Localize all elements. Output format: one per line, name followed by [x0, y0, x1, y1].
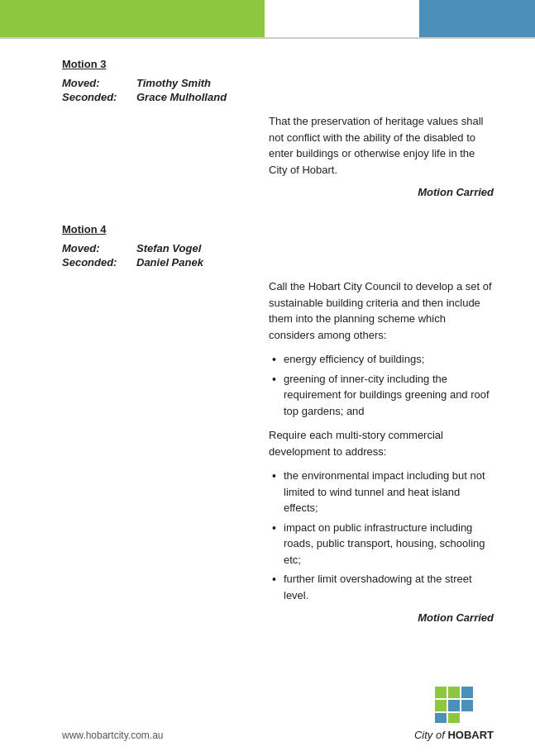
motion-4-body: Call the Hobart City Council to develop …: [62, 278, 494, 624]
motion-3-section: Motion 3 Moved: Timothy Smith Seconded: …: [62, 58, 494, 198]
motion-4-seconded-value: Daniel Panek: [136, 256, 203, 269]
motion-4-carried: Motion Carried: [269, 611, 494, 624]
motion-3-seconded-label: Seconded:: [62, 91, 136, 103]
svg-rect-6: [448, 713, 460, 723]
motion-3-moved-value: Timothy Smith: [136, 77, 211, 89]
motion-3-seconded-value: Grace Mulholland: [136, 91, 227, 103]
footer-url: www.hobartcity.com.au: [62, 730, 164, 741]
motion-4-right-col: Call the Hobart City Council to develop …: [269, 278, 494, 624]
motion-4-moved-label: Moved:: [62, 242, 136, 254]
motion-4-bullets-2: the environmental impact including but n…: [269, 468, 494, 603]
list-item: further limit overshadowing at the stree…: [269, 571, 494, 603]
hobart-logo-text: City of HOBART: [414, 729, 494, 741]
header-bar: [0, 0, 535, 37]
svg-rect-0: [435, 687, 447, 698]
green-header-bar: [0, 0, 265, 37]
motion-4-section: Motion 4 Moved: Stefan Vogel Seconded: D…: [62, 223, 494, 624]
motion-4-meta: Moved: Stefan Vogel Seconded: Daniel Pan…: [62, 242, 494, 269]
hobart-cross-icon: [428, 680, 480, 725]
list-item: energy efficiency of buildings;: [269, 351, 494, 368]
motion-3-seconded-row: Seconded: Grace Mulholland: [62, 91, 494, 103]
motion-3-moved-label: Moved:: [62, 77, 136, 89]
svg-rect-4: [461, 687, 473, 698]
list-item: impact on public infrastructure includin…: [269, 520, 494, 568]
footer: www.hobartcity.com.au City of HOBART: [62, 680, 494, 741]
blue-header-bar: [419, 0, 535, 37]
motion-3-left-col: [62, 113, 269, 198]
motion-3-meta: Moved: Timothy Smith Seconded: Grace Mul…: [62, 77, 494, 103]
list-item: the environmental impact including but n…: [269, 468, 494, 516]
motion-4-bullets-1: energy efficiency of buildings;greening …: [269, 351, 494, 419]
motion-4-require: Require each multi-story commercial deve…: [269, 427, 494, 459]
motion-3-carried: Motion Carried: [269, 186, 494, 198]
svg-rect-1: [435, 700, 447, 711]
motion-4-intro: Call the Hobart City Council to develop …: [269, 278, 494, 343]
page: Motion 3 Moved: Timothy Smith Seconded: …: [0, 0, 535, 756]
motion-4-title: Motion 4: [62, 223, 494, 235]
svg-rect-3: [448, 700, 460, 711]
content-area: Motion 3 Moved: Timothy Smith Seconded: …: [62, 58, 494, 690]
motion-3-right-col: That the preservation of heritage values…: [269, 113, 494, 198]
motion-4-left-col: [62, 278, 269, 624]
svg-rect-5: [461, 700, 473, 711]
header-divider: [0, 37, 535, 39]
motion-3-moved-row: Moved: Timothy Smith: [62, 77, 494, 89]
motion-4-seconded-row: Seconded: Daniel Panek: [62, 256, 494, 269]
svg-rect-2: [448, 687, 460, 698]
motion-3-body: That the preservation of heritage values…: [62, 113, 494, 198]
hobart-logo: City of HOBART: [414, 680, 494, 741]
motion-4-moved-value: Stefan Vogel: [136, 242, 201, 254]
svg-rect-7: [435, 713, 447, 723]
hobart-city-of: City of: [414, 729, 445, 741]
motion-3-text: That the preservation of heritage values…: [269, 113, 494, 178]
hobart-bold: HOBART: [447, 729, 494, 741]
motion-4-moved-row: Moved: Stefan Vogel: [62, 242, 494, 254]
motion-3-title: Motion 3: [62, 58, 494, 70]
list-item: greening of inner-city including the req…: [269, 371, 494, 420]
motion-4-seconded-label: Seconded:: [62, 256, 136, 269]
